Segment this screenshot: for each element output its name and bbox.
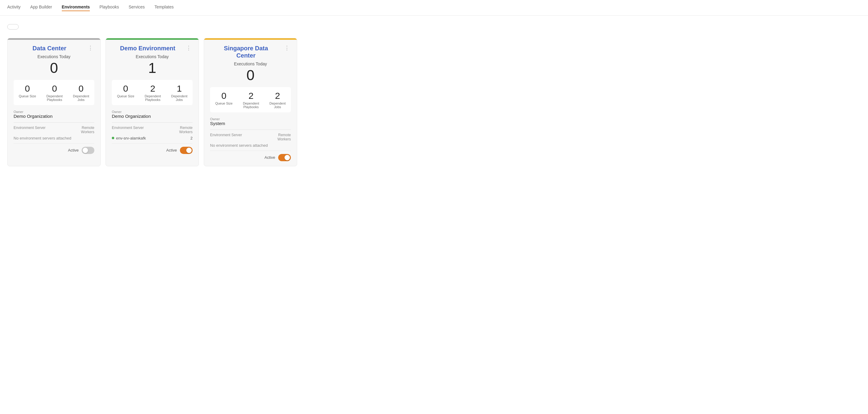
owner-section: OwnerDemo Organization	[112, 110, 193, 119]
main-content: Data Center⋮Executions Today00Queue Size…	[0, 16, 868, 175]
stat-item-2: 1DependentJobs	[171, 84, 187, 101]
server-row: env-srv-alamkafk2	[112, 136, 193, 140]
nav-item-environments[interactable]: Environments	[62, 4, 90, 11]
stat-item-1: 2DependentPlaybooks	[145, 84, 161, 101]
stat-value: 2	[270, 91, 286, 101]
stat-label: Queue Size	[117, 94, 134, 98]
nav-item-activity[interactable]: Activity	[7, 4, 21, 11]
card-header: Data Center⋮	[13, 44, 94, 52]
stat-label: DependentJobs	[171, 94, 187, 101]
active-row: Active	[112, 144, 193, 154]
server-name-text: env-srv-alamkafk	[116, 136, 146, 140]
active-label: Active	[68, 148, 79, 153]
stat-value: 0	[46, 84, 63, 94]
owner-label: Owner	[210, 117, 291, 121]
owner-label: Owner	[13, 110, 94, 114]
card-title: Singapore DataCenter	[210, 44, 282, 59]
owner-name: Demo Organization	[112, 114, 193, 119]
server-header-label: Environment Server	[210, 133, 242, 141]
owner-section: OwnerSystem	[210, 117, 291, 126]
toggle-knob	[284, 155, 290, 160]
card-title: Demo Environment	[112, 44, 184, 52]
stats-row: 0Queue Size0DependentPlaybooks0Dependent…	[13, 80, 94, 105]
nav-item-templates[interactable]: Templates	[154, 4, 174, 11]
server-name: env-srv-alamkafk	[112, 136, 146, 140]
owner-name: System	[210, 121, 291, 126]
stat-item-1: 2DependentPlaybooks	[243, 91, 259, 109]
active-row: Active	[210, 151, 291, 161]
environment-card-demo-environment: Demo Environment⋮Executions Today10Queue…	[105, 38, 199, 166]
no-server-text: No environment servers attached	[13, 136, 94, 140]
stat-label: DependentPlaybooks	[46, 94, 63, 101]
workers-header-label: RemoteWorkers	[81, 126, 94, 134]
stat-value: 1	[171, 84, 187, 94]
server-workers-count: 2	[190, 136, 193, 140]
executions-count: 1	[112, 60, 193, 76]
stat-value: 0	[215, 91, 232, 101]
card-header: Demo Environment⋮	[112, 44, 193, 52]
nav-item-playbooks[interactable]: Playbooks	[99, 4, 119, 11]
stat-item-2: 2DependentJobs	[270, 91, 286, 109]
active-row: Active	[13, 144, 94, 154]
stats-row: 0Queue Size2DependentPlaybooks1Dependent…	[112, 80, 193, 105]
new-button[interactable]	[7, 24, 19, 30]
stat-value: 2	[145, 84, 161, 94]
stat-item-0: 0Queue Size	[117, 84, 134, 101]
server-header-label: Environment Server	[13, 126, 45, 134]
stat-label: Queue Size	[215, 101, 232, 105]
cards-row: Data Center⋮Executions Today00Queue Size…	[7, 38, 861, 166]
owner-name: Demo Organization	[13, 114, 94, 119]
owner-label: Owner	[112, 110, 193, 114]
server-section-header: Environment ServerRemoteWorkers	[112, 126, 193, 134]
card-menu-button[interactable]: ⋮	[185, 44, 193, 51]
card-title: Data Center	[13, 44, 85, 52]
workers-header-label: RemoteWorkers	[179, 126, 193, 134]
executions-count: 0	[210, 67, 291, 84]
workers-header-label: RemoteWorkers	[278, 133, 291, 141]
stat-value: 0	[117, 84, 134, 94]
active-toggle[interactable]	[82, 147, 94, 154]
active-toggle[interactable]	[278, 154, 291, 161]
stat-label: Queue Size	[19, 94, 36, 98]
executions-label: Executions Today	[210, 61, 291, 66]
stat-label: DependentPlaybooks	[243, 101, 259, 109]
active-label: Active	[166, 148, 177, 153]
owner-section: OwnerDemo Organization	[13, 110, 94, 119]
server-section: Environment ServerRemoteWorkersNo enviro…	[13, 122, 94, 140]
card-header: Singapore DataCenter⋮	[210, 44, 291, 59]
stat-label: DependentJobs	[270, 101, 286, 109]
server-section: Environment ServerRemoteWorkersenv-srv-a…	[112, 122, 193, 140]
stat-item-0: 0Queue Size	[19, 84, 36, 101]
toggle-knob	[186, 148, 192, 153]
server-section-header: Environment ServerRemoteWorkers	[13, 126, 94, 134]
top-navigation: ActivityApp BuilderEnvironmentsPlaybooks…	[0, 0, 868, 16]
executions-count: 0	[13, 60, 94, 76]
environment-card-data-center: Data Center⋮Executions Today00Queue Size…	[7, 38, 101, 166]
card-menu-button[interactable]: ⋮	[283, 44, 291, 51]
environment-card-singapore-data-center: Singapore DataCenter⋮Executions Today00Q…	[204, 38, 297, 166]
stat-label: DependentJobs	[73, 94, 89, 101]
stat-item-0: 0Queue Size	[215, 91, 232, 109]
active-label: Active	[265, 155, 275, 160]
toggle-knob	[83, 148, 88, 153]
active-toggle[interactable]	[180, 147, 193, 154]
executions-label: Executions Today	[13, 54, 94, 59]
stat-item-2: 0DependentJobs	[73, 84, 89, 101]
nav-item-services[interactable]: Services	[129, 4, 145, 11]
stat-value: 2	[243, 91, 259, 101]
stats-row: 0Queue Size2DependentPlaybooks2Dependent…	[210, 87, 291, 113]
server-section: Environment ServerRemoteWorkersNo enviro…	[210, 130, 291, 148]
server-status-dot	[112, 137, 114, 139]
card-menu-button[interactable]: ⋮	[87, 44, 94, 51]
server-header-label: Environment Server	[112, 126, 144, 134]
stat-value: 0	[19, 84, 36, 94]
nav-item-app-builder[interactable]: App Builder	[30, 4, 52, 11]
stat-item-1: 0DependentPlaybooks	[46, 84, 63, 101]
stat-value: 0	[73, 84, 89, 94]
server-section-header: Environment ServerRemoteWorkers	[210, 133, 291, 141]
no-server-text: No environment servers attached	[210, 143, 291, 148]
stat-label: DependentPlaybooks	[145, 94, 161, 101]
executions-label: Executions Today	[112, 54, 193, 59]
